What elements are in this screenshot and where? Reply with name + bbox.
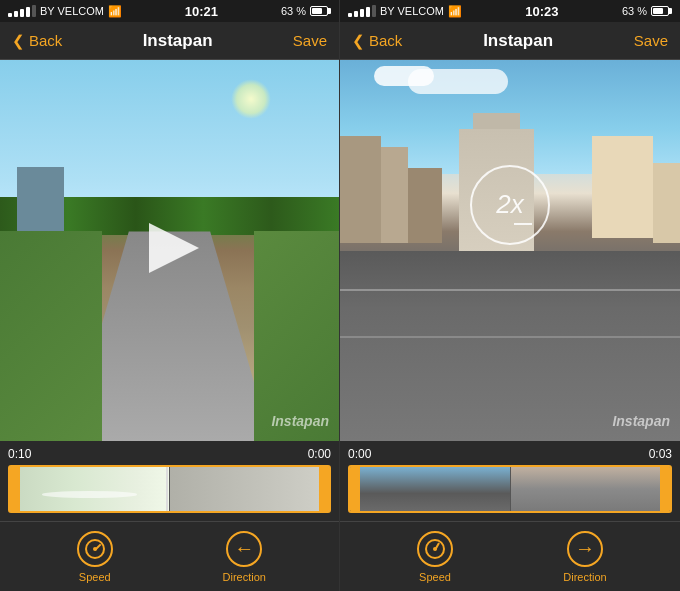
timeline-right: 0:00 0:03 bbox=[340, 441, 680, 521]
battery-label: 63 % bbox=[281, 5, 306, 17]
building-1 bbox=[340, 136, 381, 243]
direction-label-right: Direction bbox=[563, 571, 606, 583]
back-button-right[interactable]: ❮ Back bbox=[352, 32, 402, 50]
road-marking-1 bbox=[340, 289, 680, 291]
speed-icon-right bbox=[424, 538, 446, 560]
direction-icon-circle-left: ← bbox=[226, 531, 262, 567]
end-time-left: 0:00 bbox=[308, 447, 331, 461]
cloud2 bbox=[408, 69, 508, 94]
video-area-left[interactable]: Instapan bbox=[0, 60, 339, 441]
building-3 bbox=[408, 168, 442, 243]
status-right-right: 63 % bbox=[622, 5, 672, 17]
left-phone: BY VELCOM 📶 10:21 63 % ❮ Back Instapan S… bbox=[0, 0, 340, 591]
watermark-left: Instapan bbox=[271, 413, 329, 429]
speed-icon-circle bbox=[77, 531, 113, 567]
city-thumb bbox=[350, 467, 670, 511]
direction-control-right[interactable]: → Direction bbox=[510, 531, 660, 583]
time-display: 10:21 bbox=[185, 4, 218, 19]
building-5 bbox=[653, 163, 680, 243]
timeline-left: 0:10 0:00 bbox=[0, 441, 339, 521]
building-left bbox=[17, 167, 64, 236]
zoom-indicator[interactable]: 2x bbox=[470, 165, 550, 245]
timeline-strip-right[interactable] bbox=[348, 465, 672, 513]
building-2 bbox=[381, 147, 408, 243]
building-4 bbox=[592, 136, 653, 237]
speed-icon bbox=[84, 538, 106, 560]
status-right: 63 % bbox=[281, 5, 331, 17]
direction-icon-circle-right: → bbox=[567, 531, 603, 567]
battery-label-right: 63 % bbox=[622, 5, 647, 17]
speed-control-right[interactable]: Speed bbox=[360, 531, 510, 583]
carrier-label: BY VELCOM bbox=[40, 5, 104, 17]
play-triangle-icon bbox=[149, 223, 199, 273]
back-button-left[interactable]: ❮ Back bbox=[12, 32, 62, 50]
toolbar-right: Speed → Direction bbox=[340, 521, 680, 591]
start-time-right: 0:00 bbox=[348, 447, 371, 461]
nav-bar-right: ❮ Back Instapan Save bbox=[340, 22, 680, 60]
divider-line bbox=[166, 467, 168, 511]
start-time-left: 0:10 bbox=[8, 447, 31, 461]
signal-icon bbox=[8, 5, 36, 17]
right-phone: BY VELCOM 📶 10:23 63 % ❮ Back Instapan S… bbox=[340, 0, 680, 591]
road-marking-2 bbox=[340, 336, 680, 338]
end-time-right: 0:03 bbox=[649, 447, 672, 461]
app-title-right: Instapan bbox=[483, 31, 553, 51]
speed-icon-circle-right bbox=[417, 531, 453, 567]
play-button[interactable] bbox=[140, 218, 200, 278]
zoom-value: 2x bbox=[496, 189, 523, 220]
save-button-left[interactable]: Save bbox=[293, 32, 327, 49]
signal-icon-right bbox=[348, 5, 376, 17]
sun-glow bbox=[231, 79, 271, 119]
speed-label-left: Speed bbox=[79, 571, 111, 583]
city-thumb-right bbox=[511, 467, 671, 511]
app-title-left: Instapan bbox=[143, 31, 213, 51]
timestamps-right: 0:00 0:03 bbox=[348, 447, 672, 461]
wifi-icon: 📶 bbox=[108, 5, 122, 18]
direction-control-left[interactable]: ← Direction bbox=[170, 531, 320, 583]
status-left: BY VELCOM 📶 bbox=[8, 5, 122, 18]
park-grass-right bbox=[254, 231, 339, 441]
pano-thumb-left bbox=[10, 467, 329, 511]
back-chevron-icon: ❮ bbox=[12, 32, 25, 50]
direction-arrow-left: ← bbox=[234, 537, 254, 560]
zoom-line-icon bbox=[514, 223, 532, 225]
toolbar-left: Speed ← Direction bbox=[0, 521, 339, 591]
nav-bar-left: ❮ Back Instapan Save bbox=[0, 22, 339, 60]
timeline-strip-left[interactable] bbox=[8, 465, 331, 513]
status-bar-left: BY VELCOM 📶 10:21 63 % bbox=[0, 0, 339, 22]
city-thumb-left bbox=[350, 467, 511, 511]
carrier-label-right: BY VELCOM bbox=[380, 5, 444, 17]
speed-label-right: Speed bbox=[419, 571, 451, 583]
time-display-right: 10:23 bbox=[525, 4, 558, 19]
speed-control-left[interactable]: Speed bbox=[20, 531, 170, 583]
back-label: Back bbox=[29, 32, 62, 49]
pano-right bbox=[170, 467, 329, 511]
park-grass-left bbox=[0, 231, 102, 441]
video-area-right[interactable]: 2x Instapan bbox=[340, 60, 680, 441]
status-bar-right: BY VELCOM 📶 10:23 63 % bbox=[340, 0, 680, 22]
watermark-right: Instapan bbox=[612, 413, 670, 429]
direction-arrow-right: → bbox=[575, 537, 595, 560]
timeline-handle-start[interactable] bbox=[10, 467, 20, 511]
back-chevron-icon-right: ❮ bbox=[352, 32, 365, 50]
wifi-icon-right: 📶 bbox=[448, 5, 462, 18]
timeline-handle-end[interactable] bbox=[319, 467, 329, 511]
battery-icon-right bbox=[651, 6, 672, 16]
timeline-handle-start-right[interactable] bbox=[350, 467, 360, 511]
direction-label-left: Direction bbox=[223, 571, 266, 583]
back-label-right: Back bbox=[369, 32, 402, 49]
timestamps-left: 0:10 0:00 bbox=[8, 447, 331, 461]
battery-icon bbox=[310, 6, 331, 16]
pano-left bbox=[10, 467, 170, 511]
status-left-right: BY VELCOM 📶 bbox=[348, 5, 462, 18]
timeline-handle-end-right[interactable] bbox=[660, 467, 670, 511]
city-scene bbox=[340, 60, 680, 441]
save-button-right[interactable]: Save bbox=[634, 32, 668, 49]
